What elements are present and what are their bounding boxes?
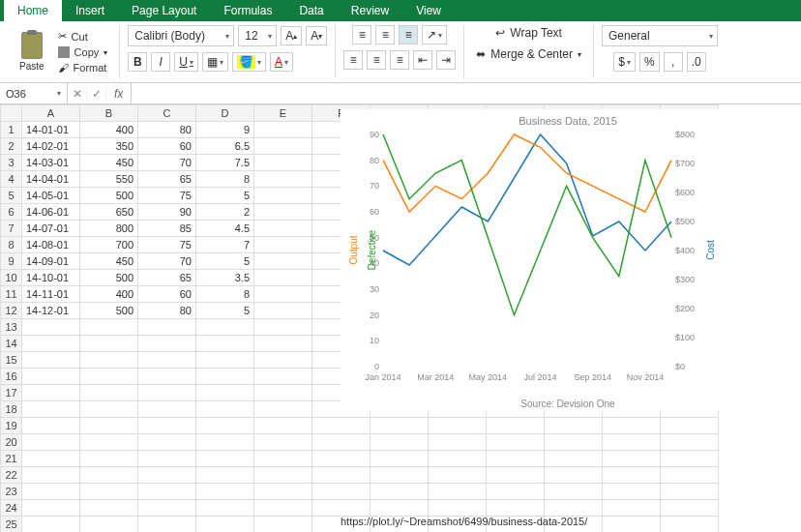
- cell-D22[interactable]: [196, 467, 254, 484]
- cell-B21[interactable]: [80, 451, 138, 467]
- cell-D11[interactable]: 8: [196, 286, 254, 303]
- row-header-15[interactable]: 15: [1, 352, 22, 369]
- cell-B8[interactable]: 700: [80, 237, 138, 253]
- cell-E3[interactable]: [254, 155, 312, 171]
- fx-label[interactable]: fx: [106, 83, 132, 103]
- row-header-8[interactable]: 8: [1, 237, 22, 253]
- cell-D23[interactable]: [196, 484, 254, 500]
- cell-I23[interactable]: [487, 484, 545, 500]
- increase-font-button[interactable]: A▴: [281, 26, 302, 45]
- cell-F24[interactable]: [312, 500, 371, 517]
- font-color-button[interactable]: A: [270, 52, 293, 72]
- cell-E19[interactable]: [254, 418, 312, 434]
- cell-A10[interactable]: 14-10-01: [22, 270, 80, 286]
- cell-J19[interactable]: [545, 418, 603, 434]
- increase-decimal-button[interactable]: .0: [687, 52, 706, 72]
- cell-B16[interactable]: [80, 369, 138, 385]
- cell-C22[interactable]: [138, 467, 196, 484]
- cell-C10[interactable]: 65: [138, 270, 196, 286]
- cell-C21[interactable]: [138, 451, 196, 467]
- cell-B1[interactable]: 400: [80, 122, 138, 138]
- cell-B24[interactable]: [80, 500, 138, 517]
- cell-D12[interactable]: 5: [196, 303, 254, 319]
- cell-I24[interactable]: [487, 500, 545, 517]
- cell-K20[interactable]: [603, 434, 661, 451]
- cell-B10[interactable]: 500: [80, 270, 138, 286]
- cell-A23[interactable]: [22, 484, 80, 500]
- cell-C1[interactable]: 80: [138, 122, 196, 138]
- cell-A6[interactable]: 14-06-01: [22, 204, 80, 221]
- comma-button[interactable]: ,: [664, 52, 683, 72]
- underline-button[interactable]: U: [174, 52, 198, 72]
- cell-B14[interactable]: [80, 336, 138, 352]
- cell-D13[interactable]: [196, 319, 254, 336]
- cell-D6[interactable]: 2: [196, 204, 254, 221]
- cell-E13[interactable]: [254, 319, 312, 336]
- cell-G19[interactable]: [371, 418, 429, 434]
- cell-L24[interactable]: [661, 500, 719, 517]
- cell-C8[interactable]: 75: [138, 237, 196, 253]
- decrease-indent-button[interactable]: ⇤: [413, 50, 432, 70]
- cell-K21[interactable]: [603, 451, 661, 467]
- enter-formula-button[interactable]: ✓: [87, 87, 106, 101]
- cell-A12[interactable]: 14-12-01: [22, 303, 80, 319]
- orientation-button[interactable]: ↗: [422, 25, 447, 44]
- cell-E6[interactable]: [254, 204, 312, 221]
- row-header-22[interactable]: 22: [1, 467, 22, 484]
- row-header-14[interactable]: 14: [1, 336, 22, 352]
- row-header-12[interactable]: 12: [1, 303, 22, 319]
- cell-G23[interactable]: [371, 484, 429, 500]
- row-header-16[interactable]: 16: [1, 369, 22, 385]
- cell-E12[interactable]: [254, 303, 312, 319]
- cell-A3[interactable]: 14-03-01: [22, 155, 80, 171]
- cell-J20[interactable]: [545, 434, 603, 451]
- row-header-20[interactable]: 20: [1, 434, 22, 451]
- cell-A9[interactable]: 14-09-01: [22, 253, 80, 270]
- cell-E10[interactable]: [254, 270, 312, 286]
- cell-E17[interactable]: [254, 385, 312, 401]
- cell-A22[interactable]: [22, 467, 80, 484]
- cell-G22[interactable]: [371, 467, 429, 484]
- cell-K25[interactable]: [603, 517, 661, 533]
- cell-D10[interactable]: 3.5: [196, 270, 254, 286]
- cell-B3[interactable]: 450: [80, 155, 138, 171]
- cell-B11[interactable]: 400: [80, 286, 138, 303]
- cell-A4[interactable]: 14-04-01: [22, 171, 80, 188]
- cell-C24[interactable]: [138, 500, 196, 517]
- number-format-select[interactable]: General: [602, 25, 718, 46]
- cell-E18[interactable]: [254, 401, 312, 418]
- cell-E5[interactable]: [254, 188, 312, 204]
- cell-H20[interactable]: [429, 434, 487, 451]
- cell-D8[interactable]: 7: [196, 237, 254, 253]
- cell-E23[interactable]: [254, 484, 312, 500]
- row-header-7[interactable]: 7: [1, 221, 22, 237]
- cell-C20[interactable]: [138, 434, 196, 451]
- cell-E25[interactable]: [254, 517, 312, 533]
- cell-E20[interactable]: [254, 434, 312, 451]
- align-bottom-button[interactable]: ≡: [399, 25, 418, 44]
- font-family-select[interactable]: Calibri (Body): [128, 25, 234, 46]
- cell-C6[interactable]: 90: [138, 204, 196, 221]
- cell-H23[interactable]: [429, 484, 487, 500]
- tab-insert[interactable]: Insert: [62, 0, 118, 21]
- cell-E2[interactable]: [254, 138, 312, 155]
- row-header-1[interactable]: 1: [1, 122, 22, 138]
- tab-formulas[interactable]: Formulas: [210, 0, 285, 21]
- cell-I19[interactable]: [487, 418, 545, 434]
- cell-L19[interactable]: [661, 418, 719, 434]
- cell-B2[interactable]: 350: [80, 138, 138, 155]
- align-left-button[interactable]: ≡: [343, 50, 363, 70]
- align-top-button[interactable]: ≡: [352, 25, 371, 44]
- cell-A5[interactable]: 14-05-01: [22, 188, 80, 204]
- cell-B5[interactable]: 500: [80, 188, 138, 204]
- cell-D14[interactable]: [196, 336, 254, 352]
- row-header-5[interactable]: 5: [1, 188, 22, 204]
- cell-E21[interactable]: [254, 451, 312, 467]
- align-right-button[interactable]: ≡: [390, 50, 409, 70]
- cell-K19[interactable]: [603, 418, 661, 434]
- cell-H22[interactable]: [429, 467, 487, 484]
- cell-A15[interactable]: [22, 352, 80, 369]
- cell-J24[interactable]: [545, 500, 603, 517]
- row-header-18[interactable]: 18: [1, 401, 22, 418]
- cell-C17[interactable]: [138, 385, 196, 401]
